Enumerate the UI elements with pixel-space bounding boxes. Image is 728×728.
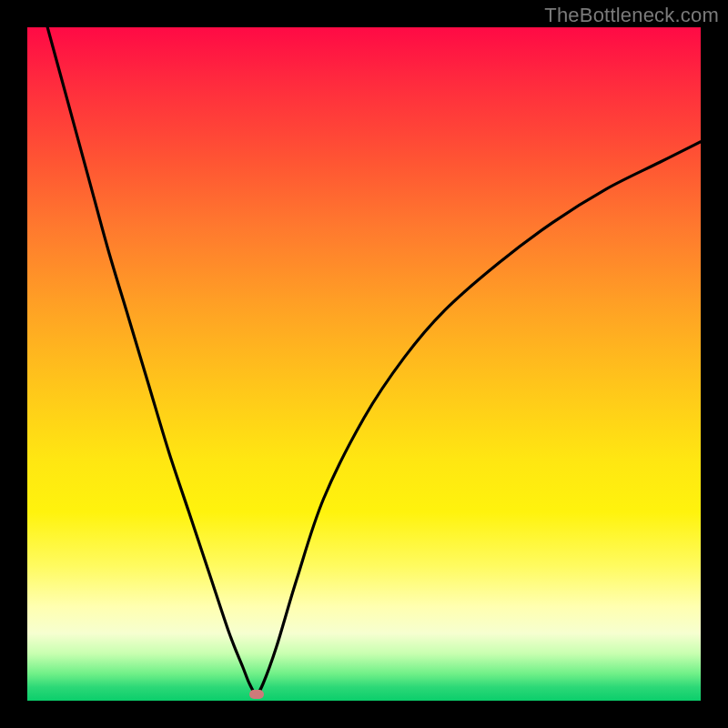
plot-area (27, 27, 701, 701)
chart-frame: TheBottleneck.com (0, 0, 728, 728)
minimum-marker (249, 690, 264, 699)
bottleneck-curve (27, 27, 701, 701)
watermark-text: TheBottleneck.com (544, 4, 719, 27)
